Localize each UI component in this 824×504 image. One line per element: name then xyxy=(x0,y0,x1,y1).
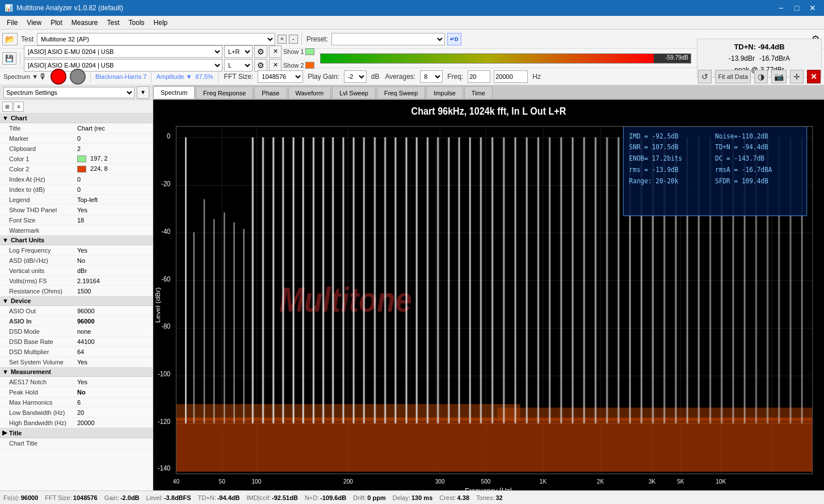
svg-rect-50 xyxy=(224,212,225,423)
preset-label: Preset: xyxy=(305,35,329,43)
svg-text:5K: 5K xyxy=(677,478,684,485)
settings-select[interactable]: Spectrum Settings xyxy=(3,87,134,98)
channel-lr-select[interactable]: L+R xyxy=(224,45,253,58)
device-section-header[interactable]: ▼ Device xyxy=(0,296,153,306)
menu-measure[interactable]: Measure xyxy=(67,18,103,28)
svg-rect-79 xyxy=(526,137,528,423)
window-function-label[interactable]: Blackman-Harris 7 xyxy=(95,73,146,80)
test-add-button[interactable]: + xyxy=(278,35,287,44)
tab-time[interactable]: Time xyxy=(464,86,493,99)
color1-swatch[interactable] xyxy=(77,156,86,162)
tab-impulse[interactable]: Impulse xyxy=(426,86,463,99)
settings-icon-1[interactable]: ⊞ xyxy=(2,102,12,112)
fft-size-select[interactable]: 1048576 xyxy=(258,70,303,83)
output-x-button[interactable]: ✕ xyxy=(269,59,281,72)
cursor-button[interactable]: ✛ xyxy=(790,70,804,83)
tab-waveform[interactable]: Waveform xyxy=(288,86,331,99)
tab-freq-response[interactable]: Freq Response xyxy=(196,86,253,99)
file-open-button[interactable]: 📂 xyxy=(2,33,18,45)
svg-text:100: 100 xyxy=(251,478,261,485)
close-button[interactable]: ✕ xyxy=(806,2,819,14)
svg-text:DC   = -143.7dB: DC = -143.7dB xyxy=(715,154,764,163)
menu-file[interactable]: File xyxy=(2,18,22,28)
minimize-button[interactable]: − xyxy=(774,2,788,14)
status-tdn: TD+N: -94.4dB xyxy=(198,494,240,501)
stop-button[interactable] xyxy=(70,69,86,85)
color2-swatch[interactable] xyxy=(77,166,86,173)
asio-input-select[interactable]: [ASIO] ASIO E-MU 0204 | USB xyxy=(24,45,222,58)
status-fft-label: FFT Size: xyxy=(45,494,72,501)
test-remove-button[interactable]: - xyxy=(289,35,298,44)
x-close-button[interactable]: ✕ xyxy=(807,70,821,83)
svg-rect-64 xyxy=(363,137,365,423)
maximize-button[interactable]: □ xyxy=(790,2,804,14)
svg-rect-69 xyxy=(416,137,418,423)
svg-rect-77 xyxy=(503,137,505,423)
freq-low-input[interactable] xyxy=(468,70,490,83)
svg-text:rms  = -13.9dB: rms = -13.9dB xyxy=(629,165,679,174)
measurement-section-header[interactable]: ▼ Measurement xyxy=(0,367,153,377)
record-button[interactable] xyxy=(51,69,66,85)
menu-view[interactable]: View xyxy=(22,18,46,28)
status-tdn-label: TD+N: xyxy=(198,494,216,501)
channel-l-select[interactable]: L xyxy=(224,59,253,72)
status-level-label: Level: xyxy=(146,494,163,501)
output-tool-button[interactable]: ⚙ xyxy=(254,59,267,72)
svg-rect-87 xyxy=(617,137,619,423)
settings-icon-2[interactable]: ≡ xyxy=(14,102,24,112)
tree-row-volts-fs: Volts(rms) FS 2.19164 xyxy=(0,276,153,286)
tab-freq-sweep[interactable]: Freq Sweep xyxy=(377,86,425,99)
play-gain-select[interactable]: -2 xyxy=(344,70,367,83)
svg-rect-71 xyxy=(437,137,439,423)
tree-row-high-bw: High Bandwidth (Hz) 20000 xyxy=(0,418,153,428)
menu-tools[interactable]: Tools xyxy=(124,18,149,28)
input-x-button[interactable]: ✕ xyxy=(269,45,281,58)
chart-units-collapse-icon: ▼ xyxy=(2,237,9,243)
svg-rect-78 xyxy=(514,137,516,423)
tab-spectrum[interactable]: Spectrum xyxy=(153,86,195,99)
menu-plot[interactable]: Plot xyxy=(46,18,67,28)
tab-lvl-sweep[interactable]: Lvl Sweep xyxy=(332,86,376,99)
preset-select[interactable] xyxy=(331,33,445,45)
svg-rect-84 xyxy=(583,137,585,423)
freq-high-input[interactable] xyxy=(494,70,528,83)
status-gain-value: -2.0dB xyxy=(120,494,140,501)
input-tool-button[interactable]: ⚙ xyxy=(254,45,267,58)
svg-rect-59 xyxy=(313,137,314,423)
menu-test[interactable]: Test xyxy=(103,18,124,28)
refresh-button[interactable]: ↺ xyxy=(698,70,712,83)
device-section-label: Device xyxy=(11,297,31,304)
chart-units-section-header[interactable]: ▼ Chart Units xyxy=(0,236,153,245)
chart-section-header[interactable]: ▼ Chart xyxy=(0,114,153,123)
settings-expand-button[interactable]: ▼ xyxy=(137,86,149,99)
status-fft: FFT Size: 1048576 xyxy=(45,494,97,501)
spectrum-label[interactable]: Spectrum ▼ xyxy=(3,73,38,80)
camera-button[interactable]: 📷 xyxy=(771,70,787,83)
tab-phase[interactable]: Phase xyxy=(254,86,287,99)
svg-text:500: 500 xyxy=(481,478,491,485)
amplitude-value[interactable]: 87.5% xyxy=(195,73,213,80)
preset-d-button[interactable]: ↵D xyxy=(447,33,461,45)
status-crest-value: 4.38 xyxy=(457,494,469,501)
svg-rect-48 xyxy=(204,199,205,423)
averages-select[interactable]: 8 xyxy=(420,70,443,83)
tree-row-vertical-units: Vertical units dBr xyxy=(0,266,153,276)
status-delay-label: Delay: xyxy=(393,494,410,501)
tdn-main: TD+N: -94.4dB xyxy=(702,41,817,53)
tree-row-watermark: Watermark xyxy=(0,225,153,236)
spectrum-svg-chart[interactable]: Chart 96kHz, 1024k fft, In L Out L+R 0 -… xyxy=(153,100,824,490)
svg-rect-63 xyxy=(353,137,355,423)
tree-row-index-db: Index to (dB) 0 xyxy=(0,184,153,195)
fit-data-button[interactable]: Fit all Data xyxy=(715,70,751,83)
save-button[interactable]: 💾 xyxy=(2,52,16,65)
title-section-header[interactable]: ▶ Title xyxy=(0,428,153,438)
tree-row-max-harmonics: Max Harmonics 6 xyxy=(0,397,153,408)
show1-label: Show 1 xyxy=(283,48,304,55)
status-gain-label: Gain: xyxy=(104,494,119,501)
chart-section-label: Chart xyxy=(11,115,27,121)
contrast-button[interactable]: ◑ xyxy=(754,70,768,83)
db-label: dB xyxy=(370,73,381,81)
menu-help[interactable]: Help xyxy=(149,18,173,28)
svg-rect-54 xyxy=(262,137,264,423)
test-select[interactable]: Multitone 32 (AP) xyxy=(37,33,275,45)
